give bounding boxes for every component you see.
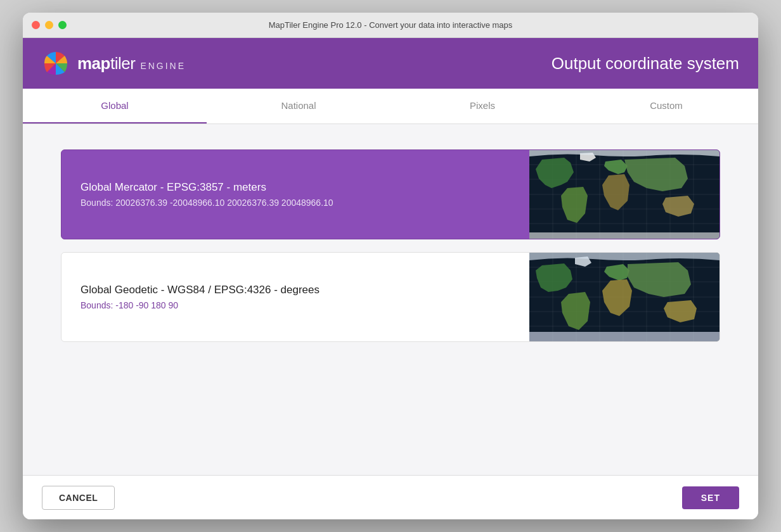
- app-header: maptiler ENGINE Output coordinate system: [23, 38, 758, 89]
- card-mercator-title: Global Mercator - EPSG:3857 - meters: [81, 181, 510, 194]
- card-mercator-info: Global Mercator - EPSG:3857 - meters Bou…: [61, 150, 529, 239]
- tab-global[interactable]: Global: [23, 89, 207, 124]
- card-geodetic-bounds: Bounds: -180 -90 180 90: [81, 300, 510, 310]
- close-button[interactable]: [32, 21, 40, 29]
- card-geodetic-info: Global Geodetic - WGS84 / EPSG:4326 - de…: [61, 253, 529, 341]
- set-button[interactable]: SET: [682, 486, 739, 509]
- window-title: MapTiler Engine Pro 12.0 - Convert your …: [269, 20, 513, 30]
- header-title: Output coordinate system: [552, 54, 739, 73]
- card-geodetic-map: [529, 253, 720, 341]
- tab-custom[interactable]: Custom: [574, 89, 758, 124]
- card-geodetic[interactable]: Global Geodetic - WGS84 / EPSG:4326 - de…: [61, 252, 720, 342]
- logo-map-text: maptiler: [77, 54, 135, 73]
- footer: CANCEL SET: [23, 475, 758, 519]
- logo-area: maptiler ENGINE: [42, 49, 186, 77]
- logo-engine-text: ENGINE: [140, 61, 186, 71]
- tab-pixels[interactable]: Pixels: [390, 89, 574, 124]
- logo-text: maptiler ENGINE: [77, 54, 186, 73]
- card-mercator-bounds-label: Bounds:: [81, 198, 113, 208]
- logo-icon: [42, 49, 70, 77]
- tabs-bar: Global National Pixels Custom: [23, 89, 758, 124]
- card-geodetic-bounds-value: -180 -90 180 90: [115, 300, 178, 310]
- cancel-button[interactable]: CANCEL: [42, 486, 115, 510]
- app-window: MapTiler Engine Pro 12.0 - Convert your …: [23, 13, 758, 519]
- card-geodetic-title: Global Geodetic - WGS84 / EPSG:4326 - de…: [81, 284, 510, 296]
- title-bar: MapTiler Engine Pro 12.0 - Convert your …: [23, 13, 758, 38]
- maximize-button[interactable]: [58, 21, 67, 29]
- card-mercator[interactable]: Global Mercator - EPSG:3857 - meters Bou…: [61, 149, 720, 239]
- window-controls: [32, 21, 67, 29]
- minimize-button[interactable]: [45, 21, 53, 29]
- card-mercator-map: [529, 150, 720, 239]
- card-geodetic-bounds-label: Bounds:: [81, 300, 113, 310]
- tab-national[interactable]: National: [207, 89, 390, 124]
- card-mercator-bounds-value: 20026376.39 -20048966.10 20026376.39 200…: [115, 198, 333, 208]
- card-mercator-bounds: Bounds: 20026376.39 -20048966.10 2002637…: [81, 198, 510, 208]
- main-content: Global Mercator - EPSG:3857 - meters Bou…: [23, 124, 758, 475]
